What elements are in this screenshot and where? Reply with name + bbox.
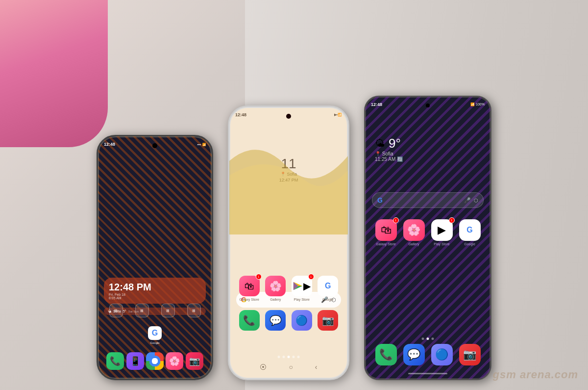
- vol-down-1: [97, 183, 98, 200]
- google-icon-1[interactable]: G: [148, 326, 162, 340]
- nav-bar-2: ⦿ ○ ‹: [229, 360, 348, 374]
- camera-icon-1[interactable]: 📷: [186, 352, 203, 370]
- power-button-2: [348, 151, 349, 167]
- back-btn-2[interactable]: ⦿: [260, 363, 267, 371]
- nav-dot-2: [283, 356, 285, 358]
- play-store-icon-3[interactable]: ▶ 1: [431, 219, 453, 241]
- bixby-icon-1[interactable]: 🌸: [166, 352, 183, 370]
- galaxy-store-label-2: Galaxy Store: [240, 298, 259, 301]
- play-store-svg-2: [293, 281, 303, 291]
- nav-dot-3-active: [288, 356, 290, 358]
- app-grid-2: 🛍 1 Galaxy Store 🌸 Gallery: [236, 276, 341, 339]
- galaxy-store-wrap-2: 🛍 1 Galaxy Store: [239, 276, 260, 301]
- app-row-2a: 🛍 1 Galaxy Store 🌸 Gallery: [236, 276, 341, 301]
- google-icon-wrap-1: G Google: [148, 326, 162, 344]
- google-label-2: Google: [322, 298, 334, 301]
- messages-icon-2[interactable]: 💬: [265, 310, 286, 331]
- status-bar-3: 12:48 📶 100%: [365, 97, 490, 110]
- status-time-2: 12:48: [235, 112, 246, 117]
- vol-down-2: [228, 157, 229, 176]
- app-grid-3: 🛍 1 Galaxy Store 🌸 Gallery: [372, 219, 484, 255]
- p3-temp: 9°: [389, 136, 401, 151]
- status-icons-2: ▶▪📶: [334, 113, 342, 117]
- gallery-wrap-3: 🌸 Gallery: [403, 219, 425, 246]
- app-row-3a: 🛍 1 Galaxy Store 🌸 Gallery: [372, 219, 484, 246]
- gallery-icon-2[interactable]: 🌸: [265, 276, 286, 296]
- phone-2: 12:48 ▶▪📶 11 📍 Sofia 12:47 PM: [228, 105, 349, 380]
- phones-container: 12:48 ▪▪▪ 📶 12:48 PM Fri, Feb 18 8:05 AM…: [0, 0, 588, 390]
- grid-icon-4[interactable]: ⊞: [187, 304, 201, 317]
- search-bar-3[interactable]: G 🎤 ⬡: [372, 192, 484, 208]
- play-store-wrap-3: ▶ 1 Play Store: [431, 219, 453, 246]
- google-icon-2[interactable]: G: [318, 276, 338, 296]
- google-icon-3[interactable]: G: [459, 219, 481, 241]
- galaxy-store-label-3: Galaxy Store: [376, 242, 395, 246]
- dock-camera-3[interactable]: 📷: [459, 344, 481, 365]
- phone-icon-2[interactable]: 📞: [239, 310, 260, 331]
- google-label-3: Google: [464, 242, 475, 246]
- status-bar-1: 12:48 ▪▪▪ 📶: [98, 136, 212, 150]
- dock-icons-1: 📞 📱 🌸 📷: [98, 352, 212, 370]
- phone-wrap-2: 📞: [239, 310, 260, 331]
- p3-city: 📍 Sofia: [375, 151, 403, 156]
- chrome-wrap-1: [146, 352, 164, 370]
- temp-row: 🌤 9°: [375, 136, 403, 151]
- phone-app-wrap-1: 📞: [106, 352, 124, 370]
- mic-icon-3[interactable]: 🎤: [464, 197, 471, 204]
- lens-icon-3[interactable]: ⬡: [474, 198, 478, 203]
- grid-icon-2[interactable]: ⊞: [135, 304, 149, 317]
- gallery-wrap-2: 🌸 Gallery: [265, 276, 286, 301]
- big-time-1: 12:48 PM: [109, 282, 201, 293]
- dock-bixby-3[interactable]: 🔵: [431, 344, 453, 365]
- phone-icon-1[interactable]: 📞: [106, 352, 124, 370]
- viber-icon-1[interactable]: 📱: [126, 352, 144, 370]
- messages-wrap-2: 💬: [265, 310, 286, 331]
- chrome-icon-1[interactable]: [146, 352, 164, 370]
- play-store-icon-2[interactable]: ▶ 1: [292, 276, 312, 296]
- nav-dots-3: [422, 338, 434, 340]
- galaxy-store-icon-3[interactable]: 🛍 1: [375, 219, 397, 241]
- power-button-3: [491, 146, 491, 163]
- bixby-wrap-2: 🔵: [292, 310, 312, 331]
- status-icons-3: 📶 100%: [470, 103, 485, 106]
- phone-3: 12:48 📶 100% 🌤 9° 📍 Sofia 11:25 AM 🔄: [364, 96, 491, 380]
- bixby-wrap-1: 🌸: [166, 352, 183, 370]
- play-store-badge-2: 1: [308, 274, 314, 280]
- dock-phone-3[interactable]: 📞: [375, 344, 397, 365]
- play-store-wrap-2: ▶ 1 Play Store: [292, 276, 312, 301]
- status-time-3: 12:48: [371, 102, 382, 107]
- power-button-1: [212, 176, 213, 190]
- bixby-icon-2[interactable]: 🔵: [292, 310, 312, 331]
- status-icons-1: ▪▪▪ 📶: [197, 143, 206, 146]
- google-label-row: G Google: [103, 326, 207, 344]
- gallery-label-3: Gallery: [408, 242, 419, 246]
- google-g-icon-3: G: [377, 196, 383, 204]
- app-row-2b: 📞 💬 🔵 📷: [236, 310, 341, 331]
- status-bar-2: 12:48 ▶▪📶: [229, 107, 348, 121]
- galaxy-store-icon-2[interactable]: 🛍 1: [239, 276, 260, 296]
- p3-time: 11:25 AM 🔄: [375, 156, 403, 162]
- grid-icon-1[interactable]: ⊞: [109, 304, 123, 317]
- play-store-badge-3: 1: [449, 217, 455, 223]
- galaxy-store-wrap-3: 🛍 1 Galaxy Store: [375, 219, 397, 246]
- google-wrap-2: G Google: [318, 276, 338, 301]
- grid-icon-3[interactable]: ⊞: [161, 304, 175, 317]
- recent-btn-2[interactable]: ‹: [315, 363, 318, 371]
- vol-up-2: [228, 144, 229, 155]
- vol-up-1: [97, 171, 98, 181]
- dock-messages-3[interactable]: 💬: [403, 344, 425, 365]
- time-widget-1: 12:48 PM Fri, Feb 18 8:05 AM: [104, 278, 206, 304]
- play-store-label-2: Play Store: [294, 298, 310, 301]
- icon-grid-1: ⊞ ⊞ ⊞ ⊞: [103, 304, 207, 344]
- icon-row-1a: ⊞ ⊞ ⊞ ⊞: [103, 304, 207, 317]
- gallery-icon-3[interactable]: 🌸: [403, 219, 425, 241]
- nav-dot-5: [297, 356, 300, 358]
- camera-icon-2[interactable]: 📷: [318, 310, 338, 331]
- viber-wrap-1: 📱: [126, 352, 144, 370]
- scene: gsm arena.com 12:48 ▪▪▪ 📶: [0, 0, 588, 390]
- gallery-label-2: Gallery: [270, 298, 281, 301]
- weather-widget-3: 🌤 9° 📍 Sofia 11:25 AM 🔄: [375, 136, 403, 162]
- nav-dot-4: [293, 356, 295, 358]
- vol-down-3: [364, 152, 365, 170]
- home-btn-2[interactable]: ○: [289, 363, 293, 371]
